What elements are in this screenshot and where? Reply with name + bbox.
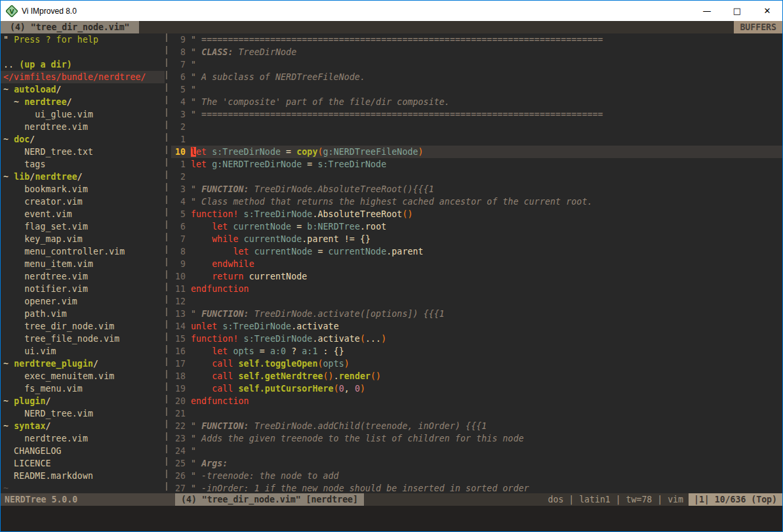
code-line[interactable]: 5function! s:TreeDirNode.AbsoluteTreeRoo…	[171, 208, 782, 220]
tree-item[interactable]: nerdtree.vim	[1, 121, 165, 133]
tree-item[interactable]: ~ nerdtree_plugin/	[1, 358, 165, 370]
tree-item[interactable]: " Press ? for help	[1, 33, 165, 46]
statusline-filler	[364, 493, 548, 506]
tree-item[interactable]: key_map.vim	[1, 233, 165, 245]
maximize-button[interactable]: □	[722, 1, 752, 21]
token-k: let	[212, 222, 228, 232]
token-k: endfunction	[191, 396, 249, 406]
tree-item[interactable]: ~	[1, 482, 165, 493]
tree-item[interactable]: flag_set.vim	[1, 220, 165, 233]
tree-item[interactable]: .. (up a dir)	[1, 58, 165, 71]
minimize-button[interactable]: —	[692, 1, 722, 21]
tree-item[interactable]: tree_dir_node.vim	[1, 320, 165, 333]
buffer-tab[interactable]: (4) "tree_dir_node.vim"	[1, 21, 139, 33]
code-line[interactable]: 10 return currentNode	[171, 270, 782, 283]
close-button[interactable]: ✕	[752, 1, 782, 21]
tree-item[interactable]: opener.vim	[1, 295, 165, 308]
code-line[interactable]: 14unlet s:TreeDirNode.activate	[171, 320, 782, 333]
code-text: " FUNCTION: TreeDirNode.activate([option…	[191, 308, 782, 320]
token-fg: ~	[3, 134, 14, 144]
code-line[interactable]: 1let g:NERDTreeDirNode = s:TreeDirNode	[171, 158, 782, 171]
tree-item[interactable]: ~ syntax/	[1, 420, 165, 432]
code-line[interactable]: 15function! s:TreeDirNode.activate(...)	[171, 333, 782, 345]
code-line[interactable]: 23" Adds the given treenode to the list …	[171, 432, 782, 445]
token-cb: CLASS:	[201, 47, 233, 57]
code-line[interactable]: 17 call self.toggleOpen(opts)	[171, 358, 782, 370]
code-line[interactable]: 9 endwhile	[171, 258, 782, 270]
tree-item[interactable]: bookmark.vim	[1, 183, 165, 195]
code-text: " The 'composite' part of the file/dir c…	[191, 96, 782, 108]
token-fg: /	[30, 134, 35, 144]
code-line[interactable]: 2	[171, 171, 782, 183]
code-line[interactable]: 4" Class method that returns the highest…	[171, 195, 782, 208]
code-line[interactable]: 16 let opts = a:0 ? a:1 : {}	[171, 345, 782, 358]
tree-item[interactable]: menu_item.vim	[1, 258, 165, 270]
command-line[interactable]	[1, 506, 782, 531]
token-fg: /	[56, 85, 62, 94]
tree-item[interactable]: ~ lib/nerdtree/	[1, 171, 165, 183]
code-line[interactable]: 8" CLASS: TreeDirNode	[171, 46, 782, 58]
tree-item[interactable]: README.markdown	[1, 470, 165, 482]
code-line[interactable]: 3" =====================================…	[171, 108, 782, 121]
tree-item[interactable]: ~ nerdtree/	[1, 96, 165, 108]
tree-item[interactable]: nerdtree.vim	[1, 432, 165, 445]
tree-item[interactable]: fs_menu.vim	[1, 382, 165, 395]
token-dir: plugin	[14, 396, 45, 406]
token-me: parent	[392, 247, 423, 256]
code-line[interactable]: 9" =====================================…	[171, 33, 782, 46]
tree-item[interactable]: ~ autoload/	[1, 83, 165, 96]
code-text: let opts = a:0 ? a:1 : {}	[191, 345, 782, 358]
tree-item[interactable]: tags	[1, 158, 165, 171]
tree-item[interactable]: exec_menuitem.vim	[1, 370, 165, 382]
tree-item[interactable]: ~ doc/	[1, 133, 165, 146]
token-c: " The 'composite' part of the file/dir c…	[191, 97, 450, 107]
tree-item[interactable]: menu_controller.vim	[1, 245, 165, 258]
code-line[interactable]: 27" -inOrder: 1 if the new node should b…	[171, 482, 782, 493]
tree-item[interactable]: path.vim	[1, 308, 165, 320]
line-number: 1	[171, 133, 186, 146]
token-c: "	[191, 421, 201, 431]
code-line[interactable]: 24"	[171, 445, 782, 457]
code-line[interactable]: 26" -treenode: the node to add	[171, 470, 782, 482]
tree-item[interactable]: NERD_tree.txt	[1, 146, 165, 158]
statusline-position: |1| 10/636 (Top)	[689, 493, 782, 506]
tree-item[interactable]: nerdtree.vim	[1, 270, 165, 283]
tree-item[interactable]: event.vim	[1, 208, 165, 220]
tree-item[interactable]: NERD_tree.vim	[1, 407, 165, 420]
code-line[interactable]: 1	[171, 133, 782, 146]
tree-item[interactable]: tree_file_node.vim	[1, 333, 165, 345]
tree-item[interactable]: CHANGELOG	[1, 445, 165, 457]
code-line[interactable]: 4" The 'composite' part of the file/dir …	[171, 96, 782, 108]
tree-item[interactable]: creator.vim	[1, 195, 165, 208]
tree-item[interactable]: </vimfiles/bundle/nerdtree/	[1, 71, 165, 83]
code-line[interactable]: 11endfunction	[171, 283, 782, 295]
code-line[interactable]: 6 let currentNode = b:NERDTree.root	[171, 220, 782, 233]
code-line[interactable]: 22" FUNCTION: TreeDirNode.addChild(treen…	[171, 420, 782, 432]
code-line-current[interactable]: 10let s:TreeDirNode = copy(g:NERDTreeFil…	[171, 146, 782, 158]
code-line[interactable]: 2	[171, 121, 782, 133]
code-line[interactable]: 6" A subclass of NERDTreeFileNode.	[171, 71, 782, 83]
tree-item[interactable]: ui_glue.vim	[1, 108, 165, 121]
code-line[interactable]: 7 while currentNode.parent != {}	[171, 233, 782, 245]
tree-item[interactable]: ui.vim	[1, 345, 165, 358]
tree-item[interactable]: ~ plugin/	[1, 395, 165, 407]
tree-item[interactable]	[1, 46, 165, 58]
code-line[interactable]: 25" Args:	[171, 457, 782, 470]
line-number: 10	[171, 146, 186, 158]
tree-item[interactable]: LICENCE	[1, 457, 165, 470]
code-line[interactable]: 21	[171, 407, 782, 420]
code-line[interactable]: 5"	[171, 83, 782, 96]
code-line[interactable]: 3" FUNCTION: TreeDirNode.AbsoluteTreeRoo…	[171, 183, 782, 195]
window-separator[interactable]	[165, 33, 171, 493]
code-line[interactable]: 13" FUNCTION: TreeDirNode.activate([opti…	[171, 308, 782, 320]
tree-item[interactable]: notifier.vim	[1, 283, 165, 295]
line-number: 7	[171, 233, 186, 245]
code-line[interactable]: 19 call self.putCursorHere(0, 0)	[171, 382, 782, 395]
code-line[interactable]: 7"	[171, 58, 782, 71]
code-line[interactable]: 18 call self.getNerdtree().render()	[171, 370, 782, 382]
code-line[interactable]: 20endfunction	[171, 395, 782, 407]
token-fg: .	[291, 321, 296, 331]
code-line[interactable]: 12	[171, 295, 782, 308]
line-number: 7	[171, 58, 186, 71]
code-line[interactable]: 8 let currentNode = currentNode.parent	[171, 245, 782, 258]
